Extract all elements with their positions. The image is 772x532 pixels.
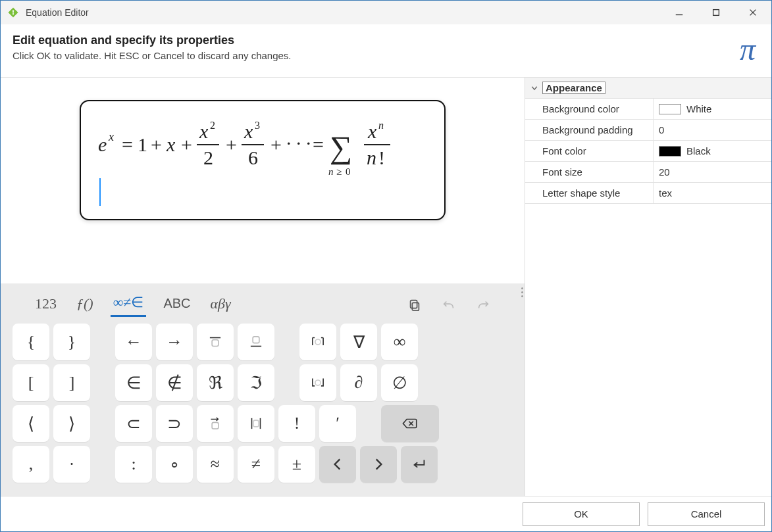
svg-text:n: n xyxy=(328,166,334,176)
copy-icon[interactable] xyxy=(405,295,425,315)
color-swatch-icon xyxy=(659,146,681,157)
svg-text:n: n xyxy=(378,120,384,131)
dialog-footer: OK Cancel xyxy=(1,496,771,531)
key-ceil[interactable] xyxy=(299,324,336,360)
tab-symbols[interactable]: ∞≠∈ xyxy=(111,293,147,317)
key-lbrace[interactable]: { xyxy=(13,324,49,360)
svg-text:+: + xyxy=(151,133,162,155)
prop-value: White xyxy=(686,103,711,114)
header-subheading: Click OK to validate. Hit ESC or Cancel … xyxy=(13,50,292,61)
window-title: Equation Editor xyxy=(26,7,661,18)
key-cursor-right[interactable] xyxy=(360,446,397,483)
key-rightarrow[interactable]: → xyxy=(156,324,193,360)
equation-box[interactable]: e x = 1 + x + x2 2 + xyxy=(80,100,446,220)
redo-icon[interactable] xyxy=(473,295,493,315)
svg-point-41 xyxy=(315,339,321,345)
app-icon xyxy=(7,7,19,18)
svg-text:6: 6 xyxy=(248,147,258,168)
keyboard-tabs: 123 ƒ() ∞≠∈ ABC αβγ xyxy=(9,289,517,324)
svg-text:+: + xyxy=(226,133,237,155)
key-plusminus[interactable]: ± xyxy=(278,446,315,483)
prop-value: Black xyxy=(686,145,711,157)
prop-label: Background color xyxy=(525,99,654,119)
tab-abc[interactable]: ABC xyxy=(161,295,193,315)
key-rangle[interactable]: ⟩ xyxy=(53,405,90,442)
prop-label: Letter shape style xyxy=(525,183,654,203)
key-langle[interactable]: ⟨ xyxy=(13,405,49,442)
key-abs[interactable] xyxy=(238,405,274,442)
svg-text:≥: ≥ xyxy=(336,166,342,176)
tab-function[interactable]: ƒ() xyxy=(74,294,96,316)
prop-value: 20 xyxy=(659,166,670,178)
key-cdot[interactable]: · xyxy=(53,446,90,483)
key-prime[interactable]: ′ xyxy=(319,405,356,442)
dialog-header: Edit equation and specify its properties… xyxy=(1,24,771,77)
prop-row-fontcolor[interactable]: Font color Black xyxy=(525,141,771,162)
key-floor[interactable] xyxy=(299,364,336,401)
key-nabla[interactable]: ∇ xyxy=(340,324,377,360)
svg-text:∑: ∑ xyxy=(330,130,352,165)
svg-text:x: x xyxy=(108,130,114,143)
titlebar: Equation Editor xyxy=(1,1,771,24)
equation-display: e x = 1 + x + x2 2 + xyxy=(98,113,427,178)
key-comma[interactable]: , xyxy=(13,446,49,483)
key-overbar[interactable] xyxy=(197,324,234,360)
svg-text:n: n xyxy=(367,147,376,168)
key-neq[interactable]: ≠ xyxy=(238,446,274,483)
prop-row-fontsize[interactable]: Font size 20 xyxy=(525,162,771,183)
key-emptyset[interactable]: ∅ xyxy=(381,364,418,401)
prop-row-bgcolor[interactable]: Background color White xyxy=(525,99,771,120)
header-heading: Edit equation and specify its properties xyxy=(13,34,292,47)
tab-123[interactable]: 123 xyxy=(32,294,59,316)
svg-point-1 xyxy=(13,11,14,12)
key-infinity[interactable]: ∞ xyxy=(381,324,418,360)
cancel-button[interactable]: Cancel xyxy=(648,502,765,526)
key-vector[interactable] xyxy=(197,405,234,442)
svg-text:=: = xyxy=(122,133,133,155)
key-partial[interactable]: ∂ xyxy=(340,364,377,401)
property-group-label: Appearance xyxy=(542,82,605,94)
prop-row-lettershape[interactable]: Letter shape style tex xyxy=(525,183,771,204)
key-supset[interactable]: ⊃ xyxy=(156,405,193,442)
key-re[interactable]: ℜ xyxy=(197,364,234,401)
key-colon[interactable]: : xyxy=(115,446,152,483)
tab-greek[interactable]: αβγ xyxy=(208,294,234,316)
window-close-button[interactable] xyxy=(734,1,771,24)
svg-rect-35 xyxy=(412,302,419,310)
key-notin[interactable]: ∉ xyxy=(156,364,193,401)
color-swatch-icon xyxy=(659,104,681,114)
key-in[interactable]: ∈ xyxy=(115,364,152,401)
window-minimize-button[interactable] xyxy=(661,1,698,24)
svg-text:x: x xyxy=(244,120,253,142)
key-rbracket[interactable]: ] xyxy=(53,364,90,401)
svg-text:1: 1 xyxy=(138,133,147,155)
key-exclaim[interactable]: ! xyxy=(278,405,315,442)
window-maximize-button[interactable] xyxy=(698,1,734,24)
svg-rect-43 xyxy=(212,422,219,429)
key-circ[interactable]: ∘ xyxy=(156,446,193,483)
svg-text:x: x xyxy=(199,120,209,142)
svg-rect-46 xyxy=(253,420,259,427)
property-group-header[interactable]: Appearance xyxy=(525,78,771,99)
key-approx[interactable]: ≈ xyxy=(197,446,234,483)
key-backspace[interactable] xyxy=(381,405,439,442)
svg-text:!: ! xyxy=(378,147,385,168)
ok-button[interactable]: OK xyxy=(523,502,640,526)
key-rbrace[interactable]: } xyxy=(53,324,90,360)
key-subset[interactable]: ⊂ xyxy=(115,405,152,442)
key-leftarrow[interactable]: ← xyxy=(115,324,152,360)
key-lbracket[interactable]: [ xyxy=(13,364,49,401)
prop-label: Font size xyxy=(525,162,654,182)
svg-text:x: x xyxy=(166,133,176,155)
key-im[interactable]: ℑ xyxy=(238,364,274,401)
pi-logo-icon: π xyxy=(740,34,759,65)
prop-row-bgpadding[interactable]: Background padding 0 xyxy=(525,120,771,141)
undo-icon[interactable] xyxy=(439,295,459,315)
key-cursor-left[interactable] xyxy=(319,446,356,483)
equation-canvas[interactable]: e x = 1 + x + x2 2 + xyxy=(1,78,525,283)
svg-text:+: + xyxy=(181,133,192,155)
key-underbar[interactable] xyxy=(238,324,274,360)
key-enter[interactable] xyxy=(401,446,438,483)
keyboard-grip-icon[interactable] xyxy=(521,287,523,297)
prop-value: 0 xyxy=(659,124,664,135)
